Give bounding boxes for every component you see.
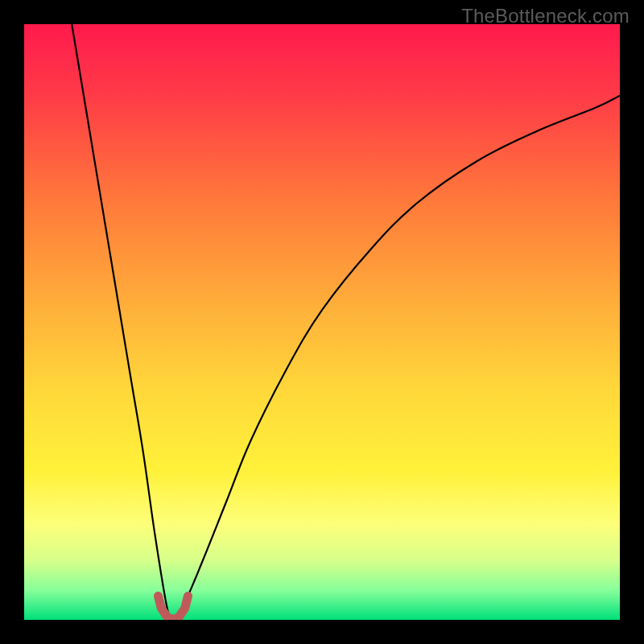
watermark-text: TheBottleneck.com	[461, 5, 630, 27]
outer-frame: TheBottleneck.com	[0, 0, 644, 644]
bottleneck-chart	[24, 24, 620, 620]
gradient-background	[24, 24, 620, 620]
